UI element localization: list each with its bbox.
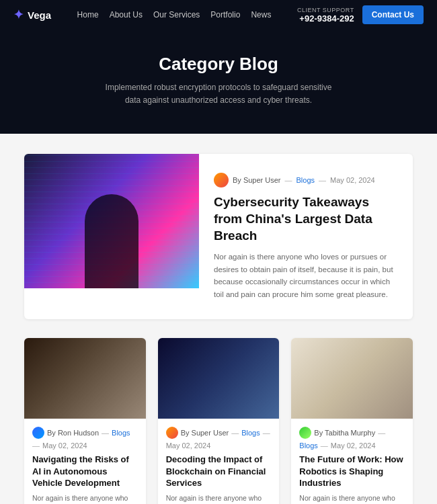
card-date-0: May 02, 2024 [42, 442, 87, 450]
avatar [214, 173, 229, 187]
featured-author: By Super User [233, 176, 281, 184]
card-title-2: The Future of Work: How Robotics is Shap… [299, 454, 405, 489]
hero-section: Category Blog Implemented robust encrypt… [0, 30, 437, 134]
nav-home[interactable]: Home [77, 10, 99, 19]
nav-links: Home About Us Our Services Portfolio New… [77, 10, 272, 19]
blog-grid: By Ron Hudson — Blogs — May 02, 2024 Nav… [24, 338, 413, 504]
card-category-0[interactable]: Blogs [112, 429, 130, 437]
card-date-1: May 02, 2024 [166, 442, 211, 450]
card-excerpt-2: Nor again is there anyone who loves or p… [299, 493, 405, 504]
hero-title: Category Blog [13, 54, 424, 75]
blog-card-2: By Tabitha Murphy — Blogs — May 02, 2024… [291, 338, 413, 504]
main-content: By Super User — Blogs — May 02, 2024 Cyb… [0, 134, 437, 504]
featured-category[interactable]: Blogs [296, 176, 315, 184]
avatar-2 [299, 427, 311, 439]
client-support: Client Support +92-9384-292 [297, 7, 354, 24]
featured-card: By Super User — Blogs — May 02, 2024 Cyb… [24, 154, 413, 319]
card-meta-1: By Super User — Blogs — May 02, 2024 [166, 427, 272, 450]
card-img-placeholder-1 [158, 338, 280, 419]
card-author-2: By Tabitha Murphy [314, 429, 375, 437]
card-image-1 [158, 338, 280, 419]
card-excerpt-0: Nor again is there anyone who loves or p… [32, 493, 138, 504]
featured-meta: By Super User — Blogs — May 02, 2024 [214, 173, 398, 187]
card-image-2 [291, 338, 413, 419]
card-title-1: Decoding the Impact of Blockchain on Fin… [166, 454, 272, 489]
logo-text: Vega [28, 9, 51, 21]
featured-title: Cybersecurity Takeaways from China's Lar… [214, 194, 398, 244]
nav-about[interactable]: About Us [110, 10, 143, 19]
blog-card-0: By Ron Hudson — Blogs — May 02, 2024 Nav… [24, 338, 146, 504]
support-phone: +92-9384-292 [297, 13, 354, 24]
nav-services[interactable]: Our Services [153, 10, 200, 19]
logo: ✦ Vega [13, 7, 51, 22]
avatar-0 [32, 427, 44, 439]
card-category-1[interactable]: Blogs [241, 429, 260, 437]
featured-image [24, 154, 199, 319]
card-excerpt-1: Nor again is there anyone who loves or p… [166, 493, 272, 504]
card-author-0: By Ron Hudson [47, 429, 99, 437]
contact-button[interactable]: Contact Us [362, 5, 424, 24]
nav-news[interactable]: News [251, 10, 271, 19]
support-label: Client Support [297, 7, 354, 13]
logo-icon: ✦ [13, 7, 24, 22]
card-category-2[interactable]: Blogs [299, 442, 318, 450]
hero-subtitle: Implemented robust encryption protocols … [104, 81, 333, 107]
card-date-2: May 02, 2024 [331, 442, 376, 450]
card-body-1: By Super User — Blogs — May 02, 2024 Dec… [158, 419, 280, 504]
nav-right: Client Support +92-9384-292 Contact Us [297, 5, 424, 24]
featured-image-placeholder [24, 154, 199, 288]
blog-card-1: By Super User — Blogs — May 02, 2024 Dec… [158, 338, 280, 504]
card-meta-2: By Tabitha Murphy — Blogs — May 02, 2024 [299, 427, 405, 450]
card-author-1: By Super User [181, 429, 229, 437]
card-img-placeholder-0 [24, 338, 146, 419]
featured-date: May 02, 2024 [330, 176, 375, 184]
featured-body: By Super User — Blogs — May 02, 2024 Cyb… [199, 154, 413, 319]
card-img-placeholder-2 [291, 338, 413, 419]
card-title-0: Navigating the Risks of AI in Autonomous… [32, 454, 138, 489]
silhouette-shape [85, 194, 138, 288]
avatar-1 [166, 427, 178, 439]
nav-portfolio[interactable]: Portfolio [210, 10, 240, 19]
featured-excerpt: Nor again is there anyone who loves or p… [214, 251, 398, 300]
card-body-2: By Tabitha Murphy — Blogs — May 02, 2024… [291, 419, 413, 504]
card-body-0: By Ron Hudson — Blogs — May 02, 2024 Nav… [24, 419, 146, 504]
card-meta-0: By Ron Hudson — Blogs — May 02, 2024 [32, 427, 138, 450]
navbar: ✦ Vega Home About Us Our Services Portfo… [0, 0, 437, 30]
card-image-0 [24, 338, 146, 419]
